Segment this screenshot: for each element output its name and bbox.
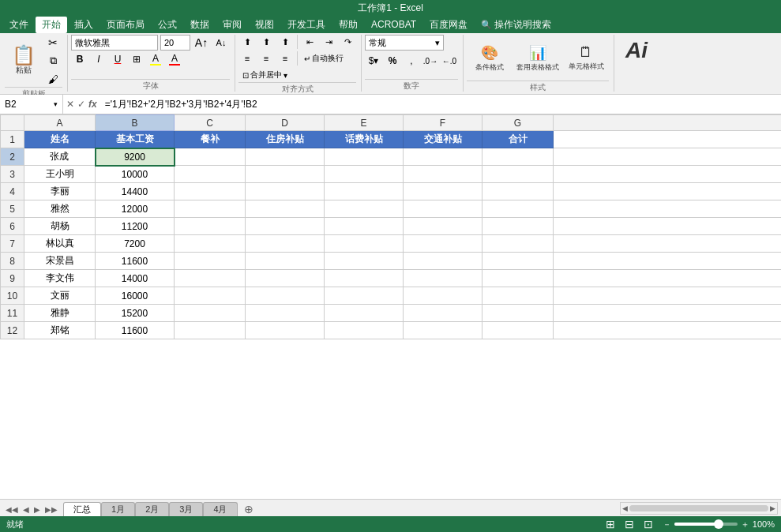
cell-D10[interactable]	[246, 287, 325, 305]
cell-A2[interactable]: 张成	[24, 148, 96, 166]
cell-B2[interactable]: 9200	[96, 148, 175, 166]
menu-formula[interactable]: 公式	[152, 17, 183, 33]
cell-C10[interactable]	[175, 287, 246, 305]
menu-layout[interactable]: 页面布局	[100, 17, 151, 33]
scroll-right-arrow[interactable]: ▶	[770, 504, 775, 512]
cell-D9[interactable]	[246, 270, 325, 287]
cell-F7[interactable]	[404, 235, 482, 253]
italic-button[interactable]: I	[90, 52, 107, 66]
number-format-dropdown[interactable]: 常规 ▾	[365, 35, 444, 51]
scroll-prev-icon[interactable]: ◀	[21, 502, 32, 516]
merge-center-button[interactable]: ⊡ 合并居中 ▾	[238, 68, 291, 82]
decrease-font-button[interactable]: A↓	[212, 36, 230, 50]
insert-function-icon[interactable]: fx	[88, 99, 97, 110]
cell-C8[interactable]	[175, 253, 246, 270]
cell-D2[interactable]	[246, 148, 325, 166]
cell-F10[interactable]	[404, 287, 482, 305]
cell-E4[interactable]	[325, 183, 404, 200]
confirm-formula-icon[interactable]: ✓	[77, 99, 85, 110]
cell-A3[interactable]: 王小明	[24, 166, 96, 183]
cell-A1[interactable]: 姓名	[24, 131, 96, 148]
zoom-minus[interactable]: －	[663, 519, 671, 530]
conditional-format-button[interactable]: 🎨 条件格式	[467, 35, 513, 81]
font-name-input[interactable]	[71, 35, 158, 51]
format-painter-button[interactable]: 🖌	[44, 71, 62, 87]
cell-F4[interactable]	[404, 183, 482, 200]
percent-button[interactable]: %	[384, 54, 401, 68]
scroll-next-icon[interactable]: ▶	[32, 502, 43, 516]
cell-E11[interactable]	[325, 305, 404, 322]
cell-G12[interactable]	[482, 322, 554, 339]
col-header-A[interactable]: A	[24, 115, 96, 131]
tab-mar[interactable]: 3月	[169, 502, 203, 516]
cut-button[interactable]: ✂	[44, 35, 62, 51]
cell-A12[interactable]: 郑铭	[24, 322, 96, 339]
menu-review[interactable]: 审阅	[216, 17, 248, 33]
menu-insert[interactable]: 插入	[68, 17, 100, 33]
cell-F3[interactable]	[404, 166, 482, 183]
zoom-slider[interactable]: － ＋ 100%	[663, 519, 775, 530]
currency-button[interactable]: $▾	[365, 54, 382, 68]
cell-C12[interactable]	[175, 322, 246, 339]
comma-button[interactable]: ,	[403, 54, 420, 68]
fill-color-button[interactable]: A	[147, 52, 164, 66]
cell-F8[interactable]	[404, 253, 482, 270]
increase-indent-button[interactable]: ⇥	[320, 35, 337, 49]
cell-A7[interactable]: 林以真	[24, 235, 96, 253]
cell-G10[interactable]	[482, 287, 554, 305]
scroll-left-icon[interactable]: ◀◀	[3, 502, 21, 516]
cell-C2[interactable]	[175, 148, 246, 166]
cell-D5[interactable]	[246, 200, 325, 218]
cell-G4[interactable]	[482, 183, 554, 200]
tab-apr[interactable]: 4月	[203, 502, 237, 516]
cell-D7[interactable]	[246, 235, 325, 253]
cell-E8[interactable]	[325, 253, 404, 270]
cell-A10[interactable]: 文丽	[24, 287, 96, 305]
formula-input[interactable]: ='1月'!B2+'2月'!B2+'3月'!B2+'4月'!B2	[100, 95, 781, 114]
cell-E5[interactable]	[325, 200, 404, 218]
cell-C3[interactable]	[175, 166, 246, 183]
increase-font-button[interactable]: A↑	[193, 36, 210, 50]
menu-view[interactable]: 视图	[249, 17, 280, 33]
menu-help[interactable]: 帮助	[332, 17, 364, 33]
border-button[interactable]: ⊞	[128, 52, 145, 66]
align-top-right-button[interactable]: ⬆	[276, 35, 294, 49]
cell-G1[interactable]: 合计	[482, 131, 554, 148]
menu-search[interactable]: 🔍 操作说明搜索	[475, 17, 558, 33]
table-format-button[interactable]: 📊 套用表格格式	[515, 35, 561, 81]
cell-G11[interactable]	[482, 305, 554, 322]
cell-G3[interactable]	[482, 166, 554, 183]
cell-B12[interactable]: 11600	[96, 322, 175, 339]
cell-C1[interactable]: 餐补	[175, 131, 246, 148]
scroll-left-arrow[interactable]: ◀	[622, 504, 628, 512]
tab-feb[interactable]: 2月	[135, 502, 169, 516]
cell-reference-box[interactable]: B2 ▾	[0, 95, 63, 114]
align-left-button[interactable]: ≡	[238, 51, 256, 66]
cell-F12[interactable]	[404, 322, 482, 339]
cell-A4[interactable]: 李丽	[24, 183, 96, 200]
tab-jan[interactable]: 1月	[101, 502, 135, 516]
cell-E2[interactable]	[325, 148, 404, 166]
cell-C5[interactable]	[175, 200, 246, 218]
view-layout-button[interactable]: ⊟	[625, 518, 634, 530]
cell-F5[interactable]	[404, 200, 482, 218]
increase-decimal-button[interactable]: .0→	[422, 54, 439, 68]
font-color-button[interactable]: A	[166, 52, 183, 66]
col-header-G[interactable]: G	[482, 115, 554, 131]
scroll-right-icon[interactable]: ▶▶	[43, 502, 60, 516]
cell-E9[interactable]	[325, 270, 404, 287]
menu-file[interactable]: 文件	[3, 17, 35, 33]
wrap-text-button[interactable]: ↵ 自动换行	[301, 51, 347, 66]
cell-B7[interactable]: 7200	[96, 235, 175, 253]
cell-A5[interactable]: 雅然	[24, 200, 96, 218]
cell-G9[interactable]	[482, 270, 554, 287]
col-header-C[interactable]: C	[175, 115, 246, 131]
cell-D1[interactable]: 住房补贴	[246, 131, 325, 148]
cell-D11[interactable]	[246, 305, 325, 322]
cell-E1[interactable]: 话费补贴	[325, 131, 404, 148]
cell-style-button[interactable]: 🗒 单元格样式	[563, 35, 609, 81]
cell-D8[interactable]	[246, 253, 325, 270]
copy-button[interactable]: ⧉	[44, 53, 62, 69]
cell-B9[interactable]: 14000	[96, 270, 175, 287]
cell-B10[interactable]: 16000	[96, 287, 175, 305]
